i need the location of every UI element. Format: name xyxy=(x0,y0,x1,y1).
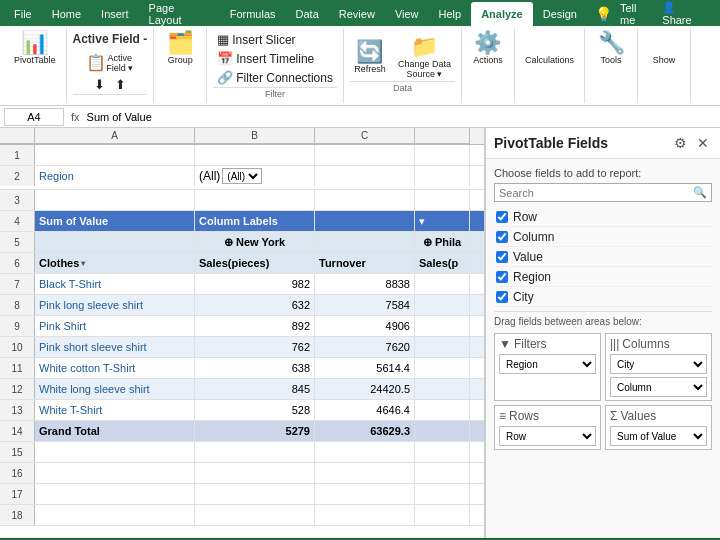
table-row[interactable]: 13 White T-Shirt 528 4646.4 xyxy=(0,400,484,421)
tab-file[interactable]: File xyxy=(4,2,42,26)
field-region-checkbox[interactable] xyxy=(496,271,508,283)
cell-c18[interactable] xyxy=(315,505,415,525)
values-select[interactable]: Sum of Value xyxy=(610,426,707,446)
tab-design[interactable]: Design xyxy=(533,2,587,26)
table-row[interactable]: 11 White cotton T-Shirt 638 5614.4 xyxy=(0,358,484,379)
col-header-a[interactable]: A xyxy=(35,128,195,144)
tab-data[interactable]: Data xyxy=(286,2,329,26)
cell-a14[interactable]: Grand Total xyxy=(35,421,195,441)
table-row[interactable]: 8 Pink long sleeve shirt 632 7584 xyxy=(0,295,484,316)
filters-select[interactable]: Region xyxy=(499,354,596,374)
tab-view[interactable]: View xyxy=(385,2,429,26)
calculations-button[interactable]: ∑ Calculations xyxy=(521,30,578,67)
cell-b10[interactable]: 762 xyxy=(195,337,315,357)
cell-b5[interactable]: ⊕ New York xyxy=(195,232,315,252)
cell-d7[interactable] xyxy=(415,274,470,294)
cell-a2[interactable]: Region xyxy=(35,166,195,186)
cell-a12[interactable]: White long sleeve shirt xyxy=(35,379,195,399)
region-select[interactable]: (All) xyxy=(222,168,262,184)
cell-d12[interactable] xyxy=(415,379,470,399)
search-input[interactable] xyxy=(499,187,693,199)
cell-d1[interactable] xyxy=(415,145,470,165)
tools-button[interactable]: 🔧 Tools xyxy=(591,30,631,67)
cell-d18[interactable] xyxy=(415,505,470,525)
pivot-settings-icon[interactable]: ⚙ xyxy=(671,134,690,152)
cell-a1[interactable] xyxy=(35,145,195,165)
cell-a5[interactable] xyxy=(35,232,195,252)
table-row[interactable]: 10 Pink short sleeve shirt 762 7620 xyxy=(0,337,484,358)
pivottable-button[interactable]: 📊 PivotTable xyxy=(10,30,60,67)
tab-review[interactable]: Review xyxy=(329,2,385,26)
refresh-button[interactable]: 🔄 Refresh xyxy=(350,34,390,81)
cell-d9[interactable] xyxy=(415,316,470,336)
cell-c6[interactable]: Turnover xyxy=(315,253,415,273)
cell-a8[interactable]: Pink long sleeve shirt xyxy=(35,295,195,315)
cell-a10[interactable]: Pink short sleeve shirt xyxy=(35,337,195,357)
cell-c17[interactable] xyxy=(315,484,415,504)
cell-d8[interactable] xyxy=(415,295,470,315)
cell-b15[interactable] xyxy=(195,442,315,462)
cell-c9[interactable]: 4906 xyxy=(315,316,415,336)
cell-b3[interactable] xyxy=(195,190,315,210)
name-box[interactable] xyxy=(4,108,64,126)
cell-b16[interactable] xyxy=(195,463,315,483)
cell-b2[interactable]: (All) (All) xyxy=(195,166,315,186)
rows-select[interactable]: Row xyxy=(499,426,596,446)
tab-home[interactable]: Home xyxy=(42,2,91,26)
col-header-b[interactable]: B xyxy=(195,128,315,144)
cell-b13[interactable]: 528 xyxy=(195,400,315,420)
cell-b7[interactable]: 982 xyxy=(195,274,315,294)
cell-a15[interactable] xyxy=(35,442,195,462)
group-button[interactable]: 🗂️ Group xyxy=(160,30,200,67)
cell-a9[interactable]: Pink Shirt xyxy=(35,316,195,336)
cell-b1[interactable] xyxy=(195,145,315,165)
cell-b9[interactable]: 892 xyxy=(195,316,315,336)
col-header-c[interactable]: C xyxy=(315,128,415,144)
cell-a17[interactable] xyxy=(35,484,195,504)
cell-a6[interactable]: Clothes ▾ xyxy=(35,253,195,273)
table-row[interactable]: 14 Grand Total 5279 63629.3 xyxy=(0,421,484,442)
cell-d3[interactable] xyxy=(415,190,470,210)
tell-me-label[interactable]: Tell me xyxy=(620,2,654,26)
cell-d13[interactable] xyxy=(415,400,470,420)
cell-c15[interactable] xyxy=(315,442,415,462)
tab-analyze[interactable]: Analyze xyxy=(471,2,533,26)
cell-c10[interactable]: 7620 xyxy=(315,337,415,357)
actions-button[interactable]: ⚙️ Actions xyxy=(468,30,508,67)
cell-b14[interactable]: 5279 xyxy=(195,421,315,441)
cell-d2[interactable] xyxy=(415,166,470,186)
table-row[interactable]: 9 Pink Shirt 892 4906 xyxy=(0,316,484,337)
pivot-close-icon[interactable]: ✕ xyxy=(694,134,712,152)
cell-a18[interactable] xyxy=(35,505,195,525)
col-header-d[interactable] xyxy=(415,128,470,144)
cell-a13[interactable]: White T-Shirt xyxy=(35,400,195,420)
drilldown-button[interactable]: ⬇ xyxy=(90,75,109,94)
cell-b4[interactable]: Column Labels xyxy=(195,211,315,231)
cell-d6[interactable]: Sales(p xyxy=(415,253,470,273)
field-row-checkbox[interactable] xyxy=(496,211,508,223)
share-icon[interactable]: 👤 Share xyxy=(662,1,708,26)
insert-slicer-button[interactable]: ▦ Insert Slicer xyxy=(213,30,337,49)
changedatasource-button[interactable]: 📁 Change DataSource ▾ xyxy=(394,34,455,81)
cell-d5[interactable]: ⊕ Phila xyxy=(415,232,470,252)
cell-d17[interactable] xyxy=(415,484,470,504)
cell-b8[interactable]: 632 xyxy=(195,295,315,315)
cell-a16[interactable] xyxy=(35,463,195,483)
cell-b12[interactable]: 845 xyxy=(195,379,315,399)
cell-c7[interactable]: 8838 xyxy=(315,274,415,294)
table-row[interactable]: 12 White long sleeve shirt 845 24420.5 xyxy=(0,379,484,400)
cell-a4[interactable]: Sum of Value xyxy=(35,211,195,231)
cell-c8[interactable]: 7584 xyxy=(315,295,415,315)
cell-c1[interactable] xyxy=(315,145,415,165)
cell-a3[interactable] xyxy=(35,190,195,210)
cell-a7[interactable]: Black T-Shirt xyxy=(35,274,195,294)
cell-c13[interactable]: 4646.4 xyxy=(315,400,415,420)
columns-select-2[interactable]: Column xyxy=(610,377,707,397)
activefield-button[interactable]: 📋 ActiveField ▾ xyxy=(82,50,137,75)
tab-pagelayout[interactable]: Page Layout xyxy=(139,2,220,26)
table-row[interactable]: 7 Black T-Shirt 982 8838 xyxy=(0,274,484,295)
cell-b6[interactable]: Sales(pieces) xyxy=(195,253,315,273)
cell-d16[interactable] xyxy=(415,463,470,483)
cell-c3[interactable] xyxy=(315,190,415,210)
filter-connections-button[interactable]: 🔗 Filter Connections xyxy=(213,68,337,87)
